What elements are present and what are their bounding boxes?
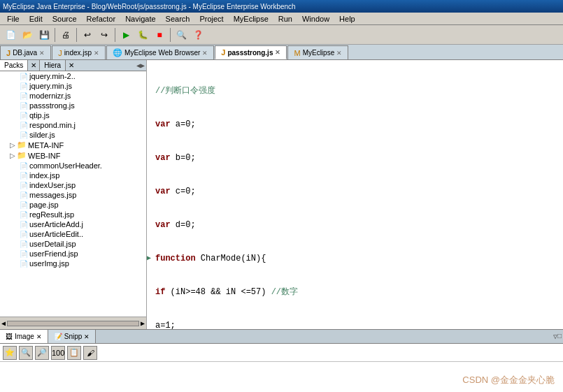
- folder-icon: 📁: [17, 140, 27, 150]
- tree-item-silder[interactable]: 📄 silder.js: [0, 130, 146, 140]
- toolbar-separator-3: [115, 28, 115, 42]
- open-button[interactable]: 📂: [20, 27, 35, 43]
- run-button[interactable]: ▶: [118, 27, 134, 43]
- code-line-comment1: //判断口令强度: [147, 85, 563, 96]
- tab-passstrong-close[interactable]: ✕: [275, 49, 280, 56]
- tree-item-user-article-add[interactable]: 📄 userArticleAdd.j: [0, 219, 146, 229]
- jsp-file-icon: 📄: [20, 191, 28, 199]
- code-line-2: var b=0;: [147, 152, 563, 164]
- save-button[interactable]: 💾: [36, 27, 52, 43]
- menu-help[interactable]: Help: [335, 14, 359, 24]
- tree-item-qtip[interactable]: 📄 qtip.js: [0, 110, 146, 120]
- tree-item-meta-inf[interactable]: ▷ 📁 META-INF: [0, 140, 146, 150]
- js-file-icon: 📄: [20, 102, 28, 110]
- menu-search[interactable]: Search: [162, 14, 194, 24]
- menu-window[interactable]: Window: [298, 14, 334, 24]
- undo-button[interactable]: ↩: [80, 27, 95, 43]
- tree-item-common-header[interactable]: 📄 commonUserHeader.: [0, 161, 146, 170]
- menu-run[interactable]: Run: [274, 14, 297, 24]
- sidebar-tab-close[interactable]: ✕: [28, 60, 40, 71]
- menu-edit[interactable]: Edit: [25, 14, 47, 24]
- tree-item-passstrong[interactable]: 📄 passstrong.js: [0, 101, 146, 110]
- menu-project[interactable]: Project: [195, 14, 227, 24]
- search-button[interactable]: 🔍: [173, 27, 189, 43]
- tab-passstrong-label: passstrong.js: [227, 49, 273, 57]
- file-tree[interactable]: 📄 jquery.min-2.. 📄 jquery.min.js 📄 moder…: [0, 71, 146, 317]
- tab-myeclipse-close[interactable]: ✕: [336, 50, 342, 57]
- tree-item-messages[interactable]: 📄 messages.jsp: [0, 190, 146, 200]
- print-button[interactable]: 🖨: [58, 27, 73, 43]
- tab-db-java[interactable]: J DB.java ✕: [0, 45, 51, 59]
- tree-item-web-inf[interactable]: ▷ 📁 WEB-INF: [0, 150, 146, 161]
- title-bar: MyEclipse Java Enterprise - Blog/WebRoot…: [0, 0, 563, 13]
- tree-item-jquery-min2[interactable]: 📄 jquery.min-2..: [0, 71, 146, 81]
- stop-button[interactable]: ■: [152, 27, 167, 43]
- bottom-tool-2[interactable]: 🔍: [19, 346, 33, 360]
- tree-item-user-article-edit[interactable]: 📄 userArticleEdit..: [0, 229, 146, 239]
- tree-item-respond[interactable]: 📄 respond.min.j: [0, 120, 146, 130]
- menu-bar: File Edit Source Refactor Navigate Searc…: [0, 13, 563, 25]
- bottom-tool-5[interactable]: 📋: [67, 346, 81, 360]
- tree-item-page[interactable]: 📄 page.jsp: [0, 200, 146, 210]
- tab-web-browser-close[interactable]: ✕: [202, 50, 208, 57]
- js-file-icon: 📄: [20, 112, 28, 119]
- tab-web-browser-label: MyEclipse Web Browser: [124, 49, 200, 57]
- jsp-file-icon: 📄: [20, 211, 28, 219]
- code-editor[interactable]: //判断口令强度 var a=0; var b=0; var c=0; var …: [147, 60, 563, 329]
- menu-file[interactable]: File: [3, 14, 24, 24]
- sidebar-scroll-right[interactable]: ▶: [141, 319, 145, 328]
- tab-db-java-close[interactable]: ✕: [39, 50, 45, 57]
- bottom-tab-image[interactable]: 🖼 Image ✕: [0, 330, 48, 343]
- jsp-file-icon: 📄: [20, 231, 28, 238]
- help-button[interactable]: ❓: [190, 27, 206, 43]
- js-file-icon: 📄: [20, 73, 28, 80]
- snipp-tab-label: Snipp: [64, 333, 83, 340]
- tree-item-user-friend[interactable]: 📄 userFriend.jsp: [0, 249, 146, 259]
- sidebar-maximize[interactable]: ▶: [141, 61, 145, 70]
- tab-db-java-label: DB.java: [13, 49, 37, 57]
- tab-passstrong-js[interactable]: J passstrong.js ✕: [215, 45, 287, 59]
- jsp-file-icon: 📄: [20, 172, 28, 180]
- menu-source[interactable]: Source: [48, 14, 81, 24]
- menu-navigate[interactable]: Navigate: [121, 14, 159, 24]
- sidebar-scrollbar-track[interactable]: [7, 321, 139, 326]
- bottom-tool-6[interactable]: 🖌: [83, 346, 97, 360]
- tab-bar: J DB.java ✕ J index.jsp ✕ 🌐 MyEclipse We…: [0, 45, 563, 60]
- redo-button[interactable]: ↪: [97, 27, 112, 43]
- sidebar-tab-hiera-close[interactable]: ✕: [66, 60, 77, 71]
- code-content: //判断口令强度 var a=0; var b=0; var c=0; var …: [147, 60, 563, 329]
- tree-item-user-detail[interactable]: 📄 userDetail.jsp: [0, 239, 146, 249]
- code-line-6: if (iN>=48 && iN <=57) //数字: [147, 286, 563, 298]
- menu-myeclipse[interactable]: MyEclipse: [229, 14, 273, 24]
- bottom-tool-1[interactable]: ⭐: [3, 346, 17, 360]
- sidebar-tab-hiera[interactable]: Hiera: [40, 60, 66, 71]
- menu-refactor[interactable]: Refactor: [83, 14, 120, 24]
- tab-web-browser[interactable]: 🌐 MyEclipse Web Browser ✕: [106, 45, 214, 59]
- tab-myeclipse[interactable]: M MyEclipse ✕: [287, 45, 348, 59]
- new-button[interactable]: 📄: [3, 27, 18, 43]
- tree-item-index-user[interactable]: 📄 indexUser.jsp: [0, 180, 146, 190]
- image-tab-close[interactable]: ✕: [36, 333, 42, 340]
- bottom-tool-4[interactable]: 100: [51, 346, 65, 360]
- tree-item-jquery-min[interactable]: 📄 jquery.min.js: [0, 81, 146, 91]
- tree-item-index-jsp[interactable]: 📄 index.jsp: [0, 170, 146, 180]
- bottom-tab-snipp[interactable]: 📝 Snipp ✕: [48, 330, 97, 343]
- tab-web-browser-icon: 🌐: [113, 48, 122, 57]
- bottom-tool-3[interactable]: 🔎: [35, 346, 49, 360]
- tree-item-reg-result[interactable]: 📄 regResult.jsp: [0, 210, 146, 219]
- tab-index-jsp[interactable]: J index.jsp ✕: [52, 45, 106, 59]
- tree-item-user-img[interactable]: 📄 userImg.jsp: [0, 259, 146, 268]
- tab-index-jsp-close[interactable]: ✕: [94, 50, 99, 57]
- bottom-maximize[interactable]: □: [557, 333, 562, 340]
- jsp-file-icon: 📄: [20, 162, 28, 170]
- snipp-tab-close[interactable]: ✕: [84, 333, 90, 340]
- debug-button[interactable]: 🐛: [135, 27, 150, 43]
- sidebar-tab-packs[interactable]: Packs: [0, 60, 28, 71]
- code-line-4: var d=0;: [147, 219, 563, 231]
- sidebar-scroll-left[interactable]: ◀: [1, 319, 6, 328]
- tree-item-modernizr[interactable]: 📄 modernizr.js: [0, 91, 146, 101]
- folder-expand-icon: ▷: [10, 141, 15, 149]
- code-line-5: ▶ function CharMode(iN){: [147, 253, 563, 264]
- tab-db-java-icon: J: [6, 49, 10, 57]
- jsp-file-icon: 📄: [20, 260, 28, 268]
